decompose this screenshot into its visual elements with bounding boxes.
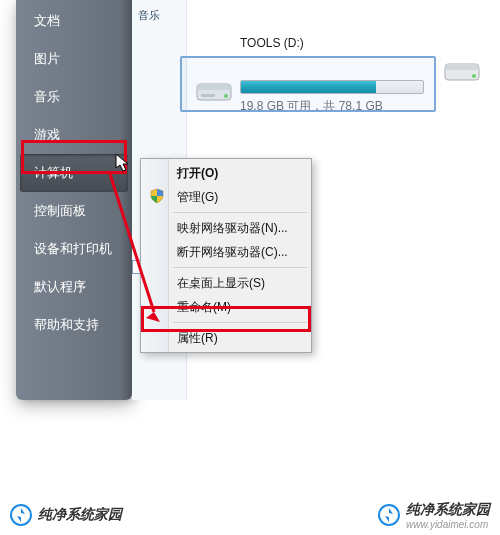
svg-point-6: [472, 74, 476, 78]
menu-show-on-desktop[interactable]: 在桌面上显示(S): [143, 271, 309, 295]
watermark-left: 纯净系统家园: [10, 504, 122, 526]
drive-usage-text: 19.8 GB 可用，共 78.1 GB: [240, 98, 383, 115]
svg-rect-3: [201, 94, 215, 97]
watermark-right: 纯净系统家园 www.yidaimei.com: [378, 501, 490, 530]
drive-d-tile[interactable]: TOOLS (D:) 19.8 GB 可用，共 78.1 GB: [196, 36, 436, 108]
shield-icon: [149, 188, 165, 204]
watermark-bar: 纯净系统家园 纯净系统家园 www.yidaimei.com: [0, 495, 500, 535]
sidebar-item-help-support[interactable]: 帮助和支持: [20, 306, 128, 344]
menu-disconnect-network-drive[interactable]: 断开网络驱动器(C)...: [143, 240, 309, 264]
sidebar-item-documents[interactable]: 文档: [20, 2, 128, 40]
start-menu-right-panel: 文档 图片 音乐 游戏 计算机 控制面板 设备和打印机 默认程序 帮助和支持: [16, 0, 132, 400]
drive-label: TOOLS (D:): [240, 36, 436, 50]
sidebar-item-music[interactable]: 音乐: [20, 78, 128, 116]
sidebar-item-pictures[interactable]: 图片: [20, 40, 128, 78]
menu-manage[interactable]: 管理(G): [143, 185, 309, 209]
hard-drive-icon: [444, 56, 480, 84]
menu-separator: [173, 322, 307, 323]
svg-rect-1: [197, 84, 231, 90]
drive-usage-bar: [240, 80, 424, 94]
sidebar-item-games[interactable]: 游戏: [20, 116, 128, 154]
nav-music[interactable]: 音乐: [132, 0, 186, 31]
computer-context-menu: 打开(O) 管理(G) 映射网络驱动器(N)... 断开网络驱动器(C)... …: [140, 158, 312, 353]
drive-usage-fill: [241, 81, 376, 93]
sidebar-item-control-panel[interactable]: 控制面板: [20, 192, 128, 230]
sidebar-item-default-programs[interactable]: 默认程序: [20, 268, 128, 306]
logo-icon: [10, 504, 32, 526]
sidebar-item-devices-printers[interactable]: 设备和打印机: [20, 230, 128, 268]
svg-point-2: [224, 94, 228, 98]
menu-properties[interactable]: 属性(R): [143, 326, 309, 350]
drive-next-tile-partial[interactable]: [444, 36, 500, 88]
menu-open[interactable]: 打开(O): [143, 161, 309, 185]
logo-icon: [378, 504, 400, 526]
hard-drive-icon: [196, 76, 232, 104]
menu-rename[interactable]: 重命名(M): [143, 295, 309, 319]
menu-separator: [173, 212, 307, 213]
menu-map-network-drive[interactable]: 映射网络驱动器(N)...: [143, 216, 309, 240]
sidebar-item-computer[interactable]: 计算机: [20, 154, 128, 192]
menu-separator: [173, 267, 307, 268]
svg-rect-5: [445, 64, 479, 70]
